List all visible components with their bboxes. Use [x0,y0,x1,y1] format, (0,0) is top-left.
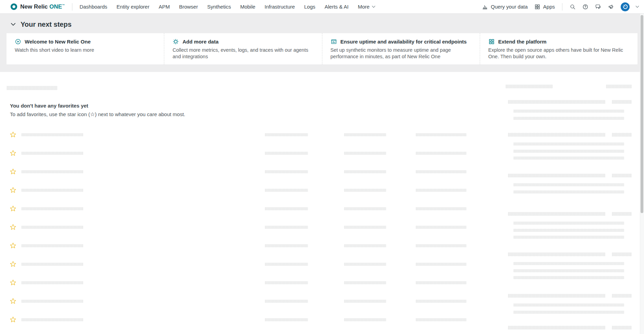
brand-name: New Relic ONE™ [20,3,65,10]
skeleton-bar [612,100,632,104]
nav-item-more[interactable]: More [358,4,375,10]
skeleton-bar [612,212,632,216]
star-icon[interactable] [10,242,16,249]
star-icon[interactable] [10,131,16,138]
skeleton-bar [21,244,83,247]
play-circle-icon [15,38,21,45]
card-welcome[interactable]: Welcome to New Relic One Watch this shor… [7,33,164,64]
skeleton-bar [21,189,83,192]
announcements-icon[interactable] [608,3,614,10]
favorite-row-skeleton [0,274,487,292]
skeleton-bar [21,318,83,321]
skeleton-bar [265,226,308,229]
star-icon[interactable] [10,279,16,286]
star-icon[interactable] [10,150,16,157]
skeleton-bar [513,304,624,307]
skeleton-bar [265,170,308,173]
feedback-icon[interactable] [595,4,601,10]
new-relic-logo[interactable]: New Relic ONE™ [10,3,65,10]
card-add-more-data[interactable]: Add more data Collect more metrics, even… [164,33,322,64]
skeleton-bar [513,262,624,265]
nav-right: Query your data Apps [482,2,639,11]
skeleton-bar [416,318,466,321]
nav-item-dashboards[interactable]: Dashboards [80,4,107,10]
skeleton-bar [21,263,83,266]
skeleton-bar [513,236,624,239]
apps-grid-icon [534,4,540,10]
gear-icon [172,38,179,45]
skeleton-bar [508,326,605,330]
nav-item-mobile[interactable]: Mobile [240,4,255,10]
skeleton-bar [612,252,632,256]
skeleton-bar [344,300,386,303]
uptime-monitor-icon [331,38,337,45]
skeleton-bar [513,150,624,153]
scrollbar-track[interactable] [640,14,644,334]
skeleton-bar [344,226,386,229]
star-icon[interactable] [10,261,16,268]
skeleton-bar [508,252,605,256]
skeleton-bar [416,189,466,192]
skeleton-bar [513,229,624,232]
nav-item-browser[interactable]: Browser [179,4,198,10]
search-icon[interactable] [570,4,576,10]
skeleton-bar [416,152,466,155]
main-content: You don't have any favorites yet To add … [0,72,644,334]
nav-item-apm[interactable]: APM [159,4,170,10]
skeleton-bar [416,170,466,173]
card-ensure-uptime[interactable]: Ensure uptime and availability for criti… [322,33,480,64]
skeleton-bar [21,152,83,155]
next-steps-panel: Your next steps Welcome to New Relic One… [0,14,644,72]
scrollbar-thumb[interactable] [641,15,643,213]
nav-item-logs[interactable]: Logs [304,4,315,10]
apps-button[interactable]: Apps [534,4,555,10]
skeleton-bar [344,207,386,210]
skeleton-bar [21,207,83,210]
skeleton-bar [513,276,624,279]
skeleton-bar [265,207,308,210]
favorite-row-skeleton [0,144,487,163]
collapse-chevron-icon[interactable] [11,23,16,26]
skeleton-bar [513,190,624,194]
skeleton-bar [21,300,83,303]
query-your-data-button[interactable]: Query your data [482,4,528,10]
card-extend-platform[interactable]: Extend the platform Explore the open sou… [480,33,637,64]
nav-item-infrastructure[interactable]: Infrastructure [265,4,295,10]
skeleton-bar [265,281,308,284]
skeleton-bar [416,244,466,247]
nav-item-synthetics[interactable]: Synthetics [207,4,231,10]
skeleton-bar [513,222,624,225]
star-icon[interactable] [10,316,16,323]
star-icon[interactable] [10,224,16,231]
skeleton-bar [508,174,605,177]
skeleton-bar [513,269,624,272]
help-icon[interactable] [582,4,588,10]
skeleton-bar [508,100,605,104]
account-chevron-down-icon[interactable] [636,4,639,8]
skeleton-bar [508,294,605,298]
skeleton-bar [7,86,57,90]
nav-item-entity-explorer[interactable]: Entity explorer [117,4,150,10]
star-icon[interactable] [10,205,16,212]
skeleton-bar [265,318,308,321]
skeleton-bar [513,157,624,160]
nav-item-alerts-ai[interactable]: Alerts & AI [324,4,348,10]
star-icon[interactable] [10,168,16,175]
skeleton-bar [21,281,83,284]
favorite-row-skeleton [0,200,487,218]
favorites-empty-hint: To add favorites, use the star icon (☆) … [10,111,185,117]
star-icon[interactable] [10,187,16,194]
bar-chart-icon [482,4,488,10]
next-steps-title: Your next steps [21,21,72,28]
skeleton-bar [513,110,624,113]
chevron-down-icon [372,4,375,8]
user-avatar[interactable] [621,2,630,11]
skeleton-bar [265,300,308,303]
extend-grid-icon [488,38,495,45]
favorite-row-skeleton [0,163,487,181]
favorite-row-skeleton [0,237,487,255]
nav-divider [72,3,72,11]
skeleton-bar [606,85,632,88]
skeleton-bar [344,189,386,192]
star-icon[interactable] [10,298,16,305]
